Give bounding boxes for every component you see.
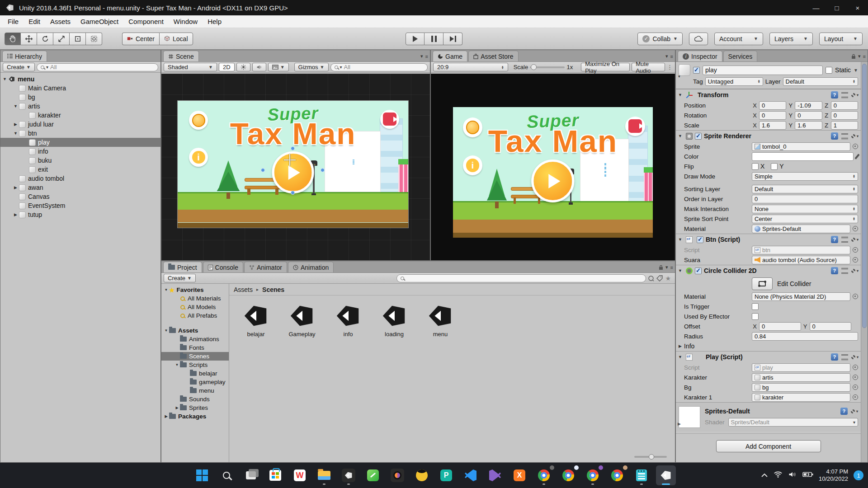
- panel-menu-icon[interactable]: ≡: [863, 54, 866, 59]
- position-z-field[interactable]: 0: [831, 101, 858, 110]
- scene-viewport[interactable]: SuperTax Mani: [161, 74, 430, 260]
- scale-y-field[interactable]: 1.6: [795, 121, 822, 130]
- rotation-z-field[interactable]: 0: [831, 111, 858, 120]
- hierarchy-item-play[interactable]: play: [0, 138, 160, 147]
- inspector-tab[interactable]: i Inspector: [678, 51, 722, 61]
- script-field[interactable]: play: [752, 363, 850, 372]
- account-dropdown[interactable]: Account▼: [714, 33, 763, 45]
- project-tree-item-animations[interactable]: Animations: [161, 335, 229, 343]
- hierarchy-item-info[interactable]: info: [0, 147, 160, 156]
- eyedropper-icon[interactable]: [854, 154, 859, 160]
- layers-dropdown[interactable]: Layers▼: [769, 33, 813, 45]
- icon-size-slider[interactable]: [634, 456, 667, 458]
- panel-menu-icon[interactable]: ≡: [670, 54, 673, 59]
- object-picker-icon[interactable]: [853, 144, 858, 149]
- favorites-filter-icon[interactable]: ★: [665, 275, 671, 282]
- taskbar-chrome-profile-4[interactable]: [607, 465, 627, 485]
- foldout-icon[interactable]: ▶: [174, 406, 180, 410]
- suara-field[interactable]: audio tombol (Audio Source): [752, 256, 850, 264]
- gear-icon[interactable]: [851, 409, 855, 413]
- project-tree-item-assets[interactable]: ▼Assets: [161, 326, 229, 335]
- scene-tab[interactable]: Scene: [163, 51, 199, 61]
- animation-tab[interactable]: Animation: [288, 262, 334, 272]
- scene-effects-button[interactable]: ▼: [268, 63, 289, 71]
- position-y-field[interactable]: -1.09: [795, 101, 822, 110]
- rect-tool-button[interactable]: [70, 33, 86, 45]
- services-tab[interactable]: Services: [723, 51, 758, 61]
- gameobject-name-field[interactable]: play: [703, 66, 823, 75]
- collider-handle[interactable]: [261, 168, 265, 172]
- play-script-header[interactable]: ▼ Play (Script) ?▾: [676, 351, 861, 362]
- static-checkbox[interactable]: [826, 67, 832, 74]
- taskbar-notepad[interactable]: [632, 465, 651, 485]
- offset-x-field[interactable]: 0: [759, 322, 801, 331]
- collider-handle[interactable]: [291, 146, 295, 150]
- hierarchy-item-menu[interactable]: ▼menu: [0, 75, 160, 84]
- foldout-icon[interactable]: ▼: [163, 328, 169, 333]
- hierarchy-item-eventsystem[interactable]: EventSystem: [0, 201, 160, 210]
- gear-icon[interactable]: [851, 134, 855, 138]
- notification-badge[interactable]: 1: [854, 470, 863, 480]
- hierarchy-item-bg[interactable]: bg: [0, 93, 160, 102]
- object-picker-icon[interactable]: [853, 365, 858, 370]
- foldout-icon[interactable]: ▼: [1, 77, 8, 81]
- scale-tool-button[interactable]: [53, 33, 70, 45]
- hierarchy-item-artis[interactable]: ▼artis: [0, 102, 160, 111]
- scale-z-field[interactable]: 1: [831, 121, 858, 130]
- taskbar-unity-hub[interactable]: [339, 465, 359, 485]
- project-tree-item-all-models[interactable]: All Models: [161, 303, 229, 311]
- btn-enabled-checkbox[interactable]: [697, 236, 703, 243]
- sprite-renderer-enabled-checkbox[interactable]: [695, 133, 702, 140]
- taskbar-file-explorer[interactable]: [314, 465, 334, 485]
- flip-y-checkbox[interactable]: [771, 163, 778, 170]
- maximize-on-play-button[interactable]: Maximize On Play: [581, 63, 630, 71]
- panel-menu-icon[interactable]: ≡: [670, 265, 673, 270]
- panel-dropdown-icon[interactable]: ▾: [665, 53, 668, 59]
- pivot-center-button[interactable]: Center: [122, 33, 159, 45]
- project-tree-item-sprites[interactable]: ▶Sprites: [161, 404, 229, 412]
- order-in-layer-field[interactable]: 0: [752, 195, 858, 203]
- object-picker-icon[interactable]: [853, 375, 858, 380]
- menu-file[interactable]: File: [3, 15, 24, 28]
- project-tree-item-belajar[interactable]: belajar: [161, 369, 229, 378]
- btn-script-header[interactable]: ▼ Btn (Script) ?▾: [676, 234, 861, 245]
- object-picker-icon[interactable]: [853, 294, 858, 299]
- foldout-icon[interactable]: ▼: [163, 288, 169, 292]
- project-tree-item-packages[interactable]: ▶Packages: [161, 412, 229, 421]
- sprite-sort-point-dropdown[interactable]: Center▲▼: [752, 215, 858, 223]
- layer-dropdown[interactable]: Default▲▼: [783, 77, 858, 86]
- taskbar-vscode[interactable]: [461, 465, 481, 485]
- taskbar-search-button[interactable]: [217, 465, 236, 485]
- layout-dropdown[interactable]: Layout▼: [819, 33, 863, 45]
- taskbar-xampp[interactable]: X: [509, 465, 529, 485]
- search-by-label-icon[interactable]: [656, 275, 663, 282]
- stats-overflow-icon[interactable]: ⋮: [667, 64, 673, 70]
- project-create-button[interactable]: Create▼: [164, 274, 196, 282]
- preset-icon[interactable]: [841, 237, 848, 243]
- project-tree-item-gameplay[interactable]: gameplay: [161, 378, 229, 386]
- foldout-icon[interactable]: ▶: [12, 185, 19, 190]
- help-icon[interactable]: ?: [831, 91, 838, 99]
- tray-chevron-icon[interactable]: [761, 471, 768, 479]
- active-checkbox[interactable]: [693, 67, 700, 74]
- aspect-ratio-dropdown[interactable]: 20:9▲▼: [433, 63, 508, 71]
- color-field[interactable]: [752, 152, 854, 161]
- object-picker-icon[interactable]: [853, 385, 858, 390]
- scene-search-input[interactable]: ▾All: [330, 63, 428, 71]
- preset-icon[interactable]: [841, 92, 848, 98]
- hierarchy-item-tutup[interactable]: ▶tutup: [0, 210, 160, 219]
- hierarchy-search-input[interactable]: ▾All: [37, 63, 158, 71]
- menu-help[interactable]: Help: [203, 15, 226, 28]
- menu-window[interactable]: Window: [169, 15, 203, 28]
- add-component-button[interactable]: Add Component: [716, 440, 821, 452]
- transform-header[interactable]: ▼ Transform ?▾: [676, 89, 861, 100]
- maximize-button[interactable]: □: [826, 0, 847, 15]
- project-tree-item-all-prefabs[interactable]: All Prefabs: [161, 311, 229, 320]
- preset-icon[interactable]: [841, 268, 848, 274]
- hierarchy-item-audio-tombol[interactable]: audio tombol: [0, 174, 160, 183]
- preset-icon[interactable]: [841, 133, 848, 139]
- offset-y-field[interactable]: 0: [810, 322, 852, 331]
- menu-gameobject[interactable]: GameObject: [75, 15, 123, 28]
- bg-field[interactable]: bg: [752, 383, 850, 392]
- animator-tab[interactable]: Animator: [244, 262, 287, 272]
